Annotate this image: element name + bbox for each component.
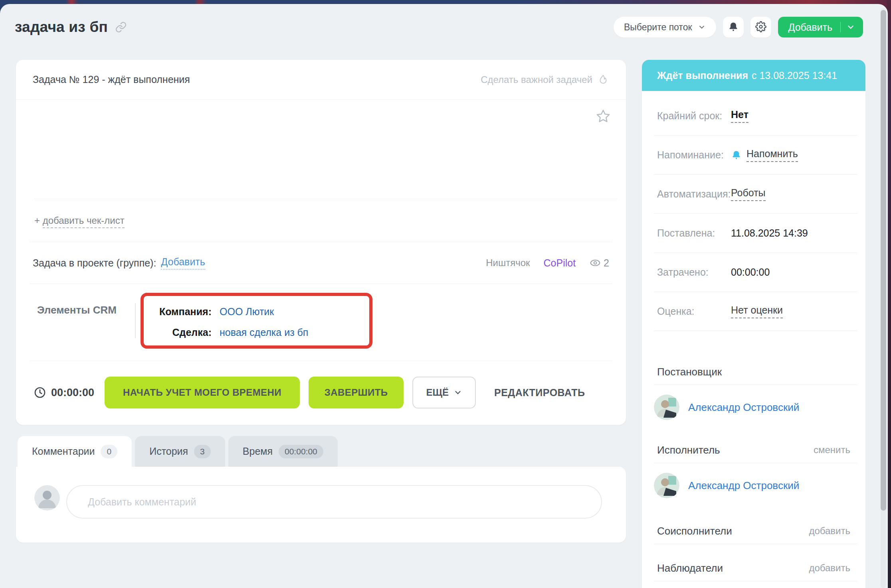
elapsed-time: 00:00:00 <box>34 386 94 399</box>
assignee-name-link[interactable]: Александр Островский <box>688 479 799 492</box>
created-row: Поставлена: 11.08.2025 14:39 <box>642 214 865 253</box>
divider <box>654 385 857 385</box>
crm-deal-row: Сделка: новая сделка из бп <box>144 322 369 342</box>
created-value: 11.08.2025 14:39 <box>731 227 808 239</box>
add-checklist-label: добавить чек-лист <box>43 215 125 228</box>
start-time-button[interactable]: НАЧАТЬ УЧЕТ МОЕГО ВРЕМЕНИ <box>105 377 300 408</box>
assignee-change-link[interactable]: сменить <box>814 444 850 456</box>
gear-icon <box>755 21 766 34</box>
elapsed-time-value: 00:00:00 <box>51 387 94 399</box>
plus-sign: + <box>34 215 40 226</box>
eye-icon <box>589 257 601 269</box>
crm-section: Элементы CRM Компания: ООО Лютик Сделка:… <box>16 284 626 361</box>
task-toolbar: 00:00:00 НАЧАТЬ УЧЕТ МОЕГО ВРЕМЕНИ ЗАВЕР… <box>16 361 626 424</box>
project-label: Задача в проекте (группе): <box>33 257 156 269</box>
header-controls: Выберите поток <box>614 17 863 37</box>
rating-row: Оценка: Нет оценки <box>642 292 865 331</box>
scrollbar-track[interactable] <box>881 8 886 588</box>
scrollbar-thumb[interactable] <box>881 10 886 511</box>
automation-link[interactable]: Роботы <box>731 187 766 201</box>
chevron-down-icon <box>698 23 706 31</box>
crm-company-link[interactable]: ООО Лютик <box>220 306 274 318</box>
automation-label: Автоматизация: <box>657 188 731 200</box>
rating-link[interactable]: Нет оценки <box>731 304 783 318</box>
task-title-row: Задача № 129 - ждёт выполнения Сделать в… <box>16 60 626 100</box>
time-spent-row: Затрачено: 00:00:00 <box>642 253 865 292</box>
make-important-label: Сделать важной задачей <box>481 74 592 85</box>
comment-input[interactable] <box>66 485 602 519</box>
creator-section-label: Постановщик <box>657 366 722 378</box>
observers-section-header: Наблюдатели добавить <box>642 562 865 574</box>
notifications-button[interactable] <box>723 17 744 37</box>
copilot-link[interactable]: CoPilot <box>544 257 576 269</box>
created-label: Поставлена: <box>657 227 731 239</box>
divider <box>654 331 857 331</box>
viewers-count: 2 <box>604 257 609 269</box>
tab-time-label: Время <box>243 446 273 457</box>
tab-time[interactable]: Время 00:00:00 <box>228 436 338 467</box>
edit-button[interactable]: РЕДАКТИРОВАТЬ <box>494 387 585 399</box>
reminder-link[interactable]: Напомнить <box>746 148 798 162</box>
coassignees-add-link[interactable]: добавить <box>809 525 850 537</box>
tabs-bar: Комментарии 0 История 3 Время 00:00:00 <box>18 436 338 467</box>
creator-section-header: Постановщик <box>642 365 865 378</box>
vertical-divider <box>135 303 136 338</box>
tab-history[interactable]: История 3 <box>135 436 225 467</box>
coassignees-section-header: Соисполнители добавить <box>642 525 865 537</box>
assignee-avatar[interactable] <box>654 473 679 498</box>
copy-link-icon[interactable] <box>115 21 127 33</box>
observers-section-label: Наблюдатели <box>657 562 723 574</box>
stream-select[interactable]: Выберите поток <box>614 17 716 37</box>
make-important-button[interactable]: Сделать важной задачей <box>481 74 609 86</box>
crm-company-row: Компания: ООО Лютик <box>144 302 369 322</box>
tab-history-badge: 3 <box>194 445 211 458</box>
divider <box>654 544 857 544</box>
chevron-down-icon <box>453 388 462 397</box>
automation-row: Автоматизация: Роботы <box>642 175 865 213</box>
deadline-value[interactable]: Нет <box>731 109 748 123</box>
assignee-section-label: Исполнитель <box>657 444 720 456</box>
status-header[interactable]: Ждёт выполнения с 13.08.2025 13:41 <box>642 60 865 91</box>
crm-section-label: Элементы CRM <box>37 304 117 316</box>
crm-deal-link[interactable]: новая сделка из бп <box>220 327 308 338</box>
app-header: задача из бп Выберите поток <box>15 14 863 40</box>
status-since: с 13.08.2025 13:41 <box>752 70 837 81</box>
settings-button[interactable] <box>750 17 771 37</box>
flame-icon <box>597 74 609 86</box>
more-button[interactable]: ЕЩЁ <box>412 377 476 408</box>
star-icon[interactable] <box>596 109 611 125</box>
button-divider <box>840 22 841 32</box>
time-spent-label: Затрачено: <box>657 266 731 278</box>
divider <box>654 581 857 581</box>
assignee-person-row: Александр Островский <box>642 469 865 502</box>
tab-comments[interactable]: Комментарии 0 <box>18 436 132 467</box>
add-button[interactable]: Добавить <box>778 17 863 37</box>
task-sidebar: Ждёт выполнения с 13.08.2025 13:41 Крайн… <box>642 60 865 588</box>
reminder-bell-icon <box>731 150 742 160</box>
deadline-label: Крайний срок: <box>657 110 731 122</box>
viewers-counter[interactable]: 2 <box>589 257 609 269</box>
stream-select-label: Выберите поток <box>624 22 692 33</box>
time-spent-value: 00:00:00 <box>731 266 770 278</box>
clock-icon <box>34 386 46 399</box>
tab-history-label: История <box>149 446 188 457</box>
reminder-label: Напоминание: <box>657 149 731 161</box>
finish-button[interactable]: ЗАВЕРШИТЬ <box>309 377 404 408</box>
annotation-red-box: Компания: ООО Лютик Сделка: новая сделка… <box>141 293 372 349</box>
add-checklist-link[interactable]: + добавить чек-лист <box>34 215 125 226</box>
tab-time-badge: 00:00:00 <box>279 445 323 458</box>
crm-company-label: Компания: <box>144 306 212 318</box>
creator-name-link[interactable]: Александр Островский <box>688 401 799 414</box>
deadline-row: Крайний срок: Нет <box>642 97 865 135</box>
task-card: Задача № 129 - ждёт выполнения Сделать в… <box>16 60 626 425</box>
observers-add-link[interactable]: добавить <box>809 562 850 574</box>
creator-avatar[interactable] <box>654 395 679 420</box>
sidebar-card: Крайний срок: Нет Напоминание: Напомнить <box>642 91 865 588</box>
project-row: Задача в проекте (группе): Добавить Ништ… <box>16 242 626 284</box>
flow-tag[interactable]: Ништячок <box>486 257 530 268</box>
assignee-section-header: Исполнитель сменить <box>642 444 865 456</box>
avatar <box>34 485 60 511</box>
project-add-link[interactable]: Добавить <box>161 256 205 270</box>
comment-card <box>16 467 626 543</box>
crm-deal-label: Сделка: <box>144 327 212 338</box>
